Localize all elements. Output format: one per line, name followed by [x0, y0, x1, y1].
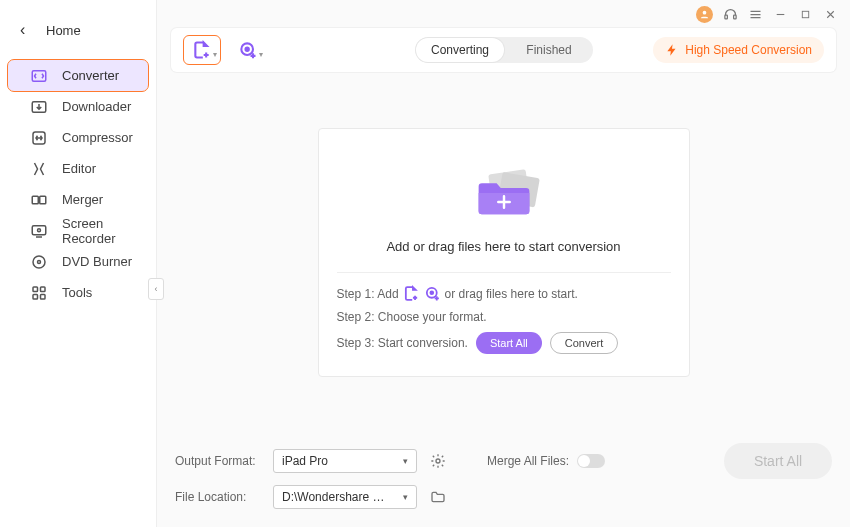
close-button[interactable] — [823, 7, 838, 22]
sidebar-item-tools[interactable]: Tools — [8, 277, 148, 308]
collapse-sidebar-button[interactable]: ‹ — [148, 278, 164, 300]
chevron-down-icon: ▾ — [213, 50, 217, 59]
home-label: Home — [46, 23, 81, 38]
dvd-icon — [30, 253, 48, 271]
drop-panel: Add or drag files here to start conversi… — [318, 128, 690, 377]
chevron-down-icon: ▾ — [259, 50, 263, 59]
status-segmented: Converting Finished — [415, 37, 593, 63]
svg-rect-5 — [32, 225, 46, 234]
bolt-icon — [665, 43, 679, 57]
output-format-label: Output Format: — [175, 454, 261, 468]
toolbar: ▾ ▾ Converting Finished High Speed Conve… — [171, 28, 836, 72]
merge-toggle[interactable] — [577, 454, 605, 468]
main-area: ▾ ▾ Converting Finished High Speed Conve… — [157, 0, 850, 527]
step1-pre: Step 1: Add — [337, 287, 399, 301]
add-file-button[interactable]: ▾ — [183, 35, 221, 65]
svg-point-23 — [436, 459, 440, 463]
svg-rect-14 — [725, 15, 728, 19]
headset-icon[interactable] — [723, 7, 738, 22]
merge-label: Merge All Files: — [487, 454, 569, 468]
add-file-small-icon[interactable] — [403, 285, 420, 302]
home-nav[interactable]: ‹ Home — [0, 8, 156, 52]
step1-post: or drag files here to start. — [445, 287, 578, 301]
start-all-button[interactable]: Start All — [724, 443, 832, 479]
compress-icon — [30, 129, 48, 147]
add-dvd-small-icon[interactable] — [424, 285, 441, 302]
sidebar-item-merger[interactable]: Merger — [8, 184, 148, 215]
convert-small-button[interactable]: Convert — [550, 332, 619, 354]
file-location-value: D:\Wondershare UniConverter 1 — [282, 490, 392, 504]
window-titlebar — [157, 0, 850, 28]
drop-message: Add or drag files here to start conversi… — [386, 239, 620, 254]
sidebar-item-label: Tools — [62, 285, 92, 300]
sidebar: ‹ Home Converter Downloader Compressor — [0, 0, 157, 527]
svg-rect-9 — [33, 287, 38, 292]
sidebar-item-screen-recorder[interactable]: Screen Recorder — [8, 215, 148, 246]
back-icon: ‹ — [20, 21, 30, 39]
sidebar-item-compressor[interactable]: Compressor — [8, 122, 148, 153]
high-speed-button[interactable]: High Speed Conversion — [653, 37, 824, 63]
start-all-small-button[interactable]: Start All — [476, 332, 542, 354]
download-icon — [30, 98, 48, 116]
add-dvd-button[interactable]: ▾ — [229, 35, 267, 65]
svg-rect-3 — [32, 196, 38, 204]
output-format-value: iPad Pro — [282, 454, 328, 468]
sidebar-item-label: Merger — [62, 192, 103, 207]
tools-icon — [30, 284, 48, 302]
sidebar-item-label: DVD Burner — [62, 254, 132, 269]
open-folder-icon[interactable] — [429, 488, 447, 506]
svg-point-8 — [38, 260, 41, 263]
svg-point-13 — [703, 10, 707, 14]
svg-rect-4 — [40, 196, 46, 204]
svg-rect-12 — [41, 294, 46, 299]
sidebar-item-downloader[interactable]: Downloader — [8, 91, 148, 122]
chevron-down-icon: ▾ — [403, 456, 408, 466]
minimize-button[interactable] — [773, 7, 788, 22]
maximize-button[interactable] — [798, 7, 813, 22]
svg-point-6 — [38, 228, 41, 231]
sidebar-item-dvd-burner[interactable]: DVD Burner — [8, 246, 148, 277]
high-speed-label: High Speed Conversion — [685, 43, 812, 57]
user-avatar[interactable] — [696, 6, 713, 23]
tab-finished[interactable]: Finished — [505, 37, 593, 63]
sidebar-item-editor[interactable]: Editor — [8, 153, 148, 184]
svg-point-18 — [246, 48, 249, 51]
menu-icon[interactable] — [748, 7, 763, 22]
sidebar-item-label: Downloader — [62, 99, 131, 114]
settings-icon[interactable] — [429, 452, 447, 470]
editor-icon — [30, 160, 48, 178]
sidebar-item-label: Compressor — [62, 130, 133, 145]
merger-icon — [30, 191, 48, 209]
svg-rect-16 — [802, 11, 808, 17]
step-1: Step 1: Add or drag files here to start. — [337, 285, 671, 302]
svg-rect-15 — [734, 15, 737, 19]
step3-label: Step 3: Start conversion. — [337, 336, 468, 350]
sidebar-item-label: Screen Recorder — [62, 216, 136, 246]
footer: Output Format: iPad Pro ▾ Merge All File… — [157, 433, 850, 527]
step-3: Step 3: Start conversion. Start All Conv… — [337, 332, 671, 354]
output-format-select[interactable]: iPad Pro ▾ — [273, 449, 417, 473]
svg-rect-10 — [41, 287, 46, 292]
file-location-select[interactable]: D:\Wondershare UniConverter 1 ▾ — [273, 485, 417, 509]
folder-illustration — [459, 159, 549, 227]
file-location-label: File Location: — [175, 490, 261, 504]
svg-rect-11 — [33, 294, 38, 299]
sidebar-item-converter[interactable]: Converter — [8, 60, 148, 91]
chevron-down-icon: ▾ — [403, 492, 408, 502]
sidebar-item-label: Editor — [62, 161, 96, 176]
step-2: Step 2: Choose your format. — [337, 310, 671, 324]
sidebar-item-label: Converter — [62, 68, 119, 83]
svg-point-22 — [430, 291, 433, 294]
convert-icon — [30, 67, 48, 85]
screenrec-icon — [30, 222, 48, 240]
drop-area[interactable]: Add or drag files here to start conversi… — [157, 72, 850, 433]
merge-all-row: Merge All Files: — [487, 454, 605, 468]
tab-converting[interactable]: Converting — [416, 38, 504, 62]
svg-point-7 — [33, 256, 45, 268]
